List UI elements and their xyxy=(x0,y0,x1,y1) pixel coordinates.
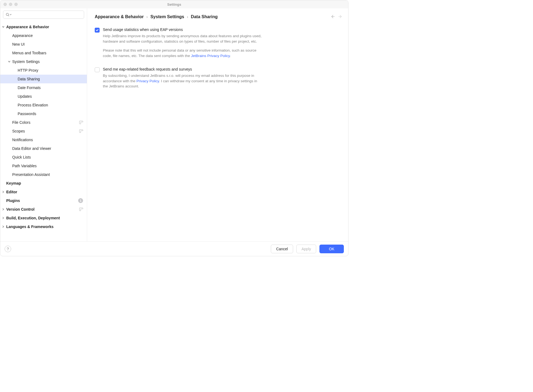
scope-icon xyxy=(79,129,83,133)
sidebar-item-updates[interactable]: Updates xyxy=(0,92,87,101)
breadcrumb-part: Data Sharing xyxy=(191,14,218,19)
sidebar-item-new-ui[interactable]: New UI xyxy=(0,40,87,49)
breadcrumb: Appearance & Behavior › System Settings … xyxy=(95,14,341,19)
apply-button[interactable]: Apply xyxy=(296,245,316,253)
sidebar-item-version-control[interactable]: Version Control xyxy=(0,205,87,214)
usage-stats-desc2: Please note that this will not include p… xyxy=(103,48,263,58)
sidebar-item-scopes[interactable]: Scopes xyxy=(0,127,87,135)
scope-icon xyxy=(79,208,83,211)
setting-usage-stats: Send usage statistics when using EAP ver… xyxy=(95,27,263,58)
settings-tree: Appearance & Behavior Appearance New UI … xyxy=(0,21,87,241)
sidebar-item-path-variables[interactable]: Path Variables xyxy=(0,162,87,170)
sidebar-item-data-sharing[interactable]: Data Sharing xyxy=(0,75,87,83)
search-box[interactable] xyxy=(3,11,84,19)
sidebar-item-process-elevation[interactable]: Process Elevation xyxy=(0,101,87,109)
sidebar-item-notifications[interactable]: Notifications xyxy=(0,135,87,144)
search-icon xyxy=(5,12,12,17)
sidebar-item-editor[interactable]: Editor xyxy=(0,188,87,196)
sidebar-item-languages[interactable]: Languages & Frameworks xyxy=(0,222,87,231)
sidebar-item-build[interactable]: Build, Execution, Deployment xyxy=(0,214,87,222)
breadcrumb-part[interactable]: System Settings xyxy=(150,14,184,19)
chevron-right-icon xyxy=(0,208,6,211)
breadcrumb-sep: › xyxy=(147,15,148,19)
sidebar-item-data-editor[interactable]: Data Editor and Viewer xyxy=(0,144,87,153)
sidebar-item-presentation-assistant[interactable]: Presentation Assistant xyxy=(0,170,87,179)
zoom-window-button[interactable] xyxy=(14,3,18,6)
close-window-button[interactable] xyxy=(4,3,7,6)
dialog-footer: ? Cancel Apply OK xyxy=(0,241,348,256)
sidebar-item-passwords[interactable]: Passwords xyxy=(0,109,87,118)
sidebar-item-file-colors[interactable]: File Colors xyxy=(0,118,87,127)
ok-button[interactable]: OK xyxy=(319,245,344,253)
sidebar-item-menus-toolbars[interactable]: Menus and Toolbars xyxy=(0,49,87,57)
settings-sidebar: Appearance & Behavior Appearance New UI … xyxy=(0,8,87,241)
help-button[interactable]: ? xyxy=(5,246,11,252)
titlebar: Settings xyxy=(0,0,348,8)
sidebar-item-system-settings[interactable]: System Settings xyxy=(0,57,87,66)
privacy-policy-link[interactable]: Privacy Policy xyxy=(137,79,159,83)
cancel-button[interactable]: Cancel xyxy=(271,245,293,253)
chevron-right-icon xyxy=(0,225,6,228)
chevron-down-icon xyxy=(0,26,6,28)
setting-feedback: Send me eap-related feedback requests an… xyxy=(95,67,263,89)
sidebar-item-quick-lists[interactable]: Quick Lists xyxy=(0,153,87,162)
window-controls xyxy=(0,3,18,6)
chevron-right-icon xyxy=(0,217,6,219)
usage-stats-title: Send usage statistics when using EAP ver… xyxy=(103,27,263,32)
content-panel: Appearance & Behavior › System Settings … xyxy=(87,8,348,241)
sidebar-item-appearance-behavior[interactable]: Appearance & Behavior xyxy=(0,23,87,31)
feedback-desc: By subscribing, I understand JetBrains s… xyxy=(103,73,263,89)
scope-icon xyxy=(79,121,83,124)
sidebar-item-date-formats[interactable]: Date Formats xyxy=(0,83,87,92)
sidebar-item-plugins[interactable]: Plugins 1 xyxy=(0,196,87,205)
feedback-checkbox[interactable] xyxy=(95,67,100,72)
breadcrumb-sep: › xyxy=(187,15,188,19)
usage-stats-desc1: Help JetBrains improve its products by s… xyxy=(103,33,263,44)
back-button[interactable] xyxy=(330,14,335,20)
forward-button[interactable] xyxy=(338,14,343,20)
nav-arrows xyxy=(330,14,343,20)
privacy-policy-link[interactable]: JetBrains Privacy Policy xyxy=(191,54,230,58)
sidebar-item-keymap[interactable]: Keymap xyxy=(0,179,87,188)
plugins-count-badge: 1 xyxy=(78,198,83,203)
breadcrumb-part[interactable]: Appearance & Behavior xyxy=(95,14,144,19)
usage-stats-checkbox[interactable] xyxy=(95,28,100,33)
sidebar-item-appearance[interactable]: Appearance xyxy=(0,31,87,40)
window-title: Settings xyxy=(167,2,181,7)
sidebar-item-http-proxy[interactable]: HTTP Proxy xyxy=(0,66,87,75)
minimize-window-button[interactable] xyxy=(9,3,12,6)
search-input[interactable] xyxy=(13,13,82,17)
chevron-right-icon xyxy=(0,191,6,193)
chevron-down-icon xyxy=(6,60,12,63)
svg-line-1 xyxy=(8,15,9,16)
feedback-title: Send me eap-related feedback requests an… xyxy=(103,67,263,71)
